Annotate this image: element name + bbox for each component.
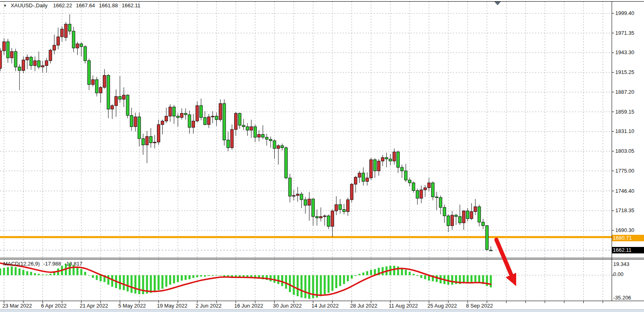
time-axis-label: 2 Jun 2022 [196,303,222,309]
macd-histogram [0,263,492,299]
macd-axis-zero: 0.00 [613,271,623,277]
price-axis-label: 1887.20 [615,89,644,95]
ohlc-low: 1661.88 [99,2,118,8]
price-axis-label: 1999.40 [615,11,644,16]
macd-axis-max: 19.343 [613,261,629,267]
price-axis-label: 1718.35 [615,208,644,213]
ohlc-close: 1662.11 [122,2,140,8]
price-axis-label: 1690.30 [615,228,644,233]
time-axis-label: 19 May 2022 [157,303,187,309]
time-axis-label: 25 Aug 2022 [428,303,457,309]
time-axis-label: 21 Apr 2022 [80,303,108,309]
ohlc-open: 1662.22 [53,2,72,8]
support-line-orange[interactable] [0,236,612,238]
window-bottom-strip [0,309,644,312]
price-axis-label: 1746.40 [615,188,644,194]
chevron-down-icon[interactable]: ▼ [3,4,7,8]
macd-axis-min: -35.206 [613,295,631,301]
time-axis-label: 30 Jun 2022 [273,303,302,309]
chart-header: ▼ XAUUSD-,Daily 1662.22 1667.64 1661.88 … [3,2,143,8]
axis-ticks [4,13,614,303]
time-axis-label: 14 Jul 2022 [311,303,339,309]
mt4-chart-window: ▼ XAUUSD-,Daily 1662.22 1667.64 1661.88 … [0,0,644,312]
price-axis-label: 1943.30 [615,50,644,55]
chart-canvas[interactable] [0,0,644,312]
support-price-tag: 1680.71 [612,235,644,241]
price-axis-label: 1803.05 [615,148,644,154]
grid-lines [0,2,612,301]
time-axis-label: 5 May 2022 [119,303,146,309]
time-axis-label: 6 Apr 2022 [41,303,67,309]
chart-shift-marker-icon [494,2,501,5]
time-axis-label: 28 Jul 2022 [350,303,377,309]
price-axis-label: 1859.15 [615,109,644,115]
macd-signal-value: -13.817 [65,261,83,267]
candlestick-series [0,14,492,251]
macd-main-value: -17.988 [43,261,61,267]
time-axis-label: 16 Jun 2022 [234,303,263,309]
symbol-period-label: XAUUSD-,Daily [11,2,48,8]
macd-indicator-label: MACD(12,26,9) -17.988 -13.817 [3,261,85,267]
macd-signal-line [0,263,491,295]
time-axis-label: 23 Mar 2022 [2,303,32,309]
price-axis-label: 1775.00 [615,168,644,174]
time-axis-label: 8 Sep 2022 [466,303,493,309]
current-price-tag: 1662.11 [612,247,644,253]
macd-name: MACD(12,26,9) [3,261,40,267]
time-axis-label: 11 Aug 2022 [389,303,418,309]
down-trend-arrow[interactable] [496,240,516,286]
price-axis-label: 1971.35 [615,30,644,36]
ohlc-high: 1667.64 [76,2,95,8]
price-axis-label: 1831.10 [615,129,644,134]
price-axis-label: 1915.25 [615,70,644,75]
